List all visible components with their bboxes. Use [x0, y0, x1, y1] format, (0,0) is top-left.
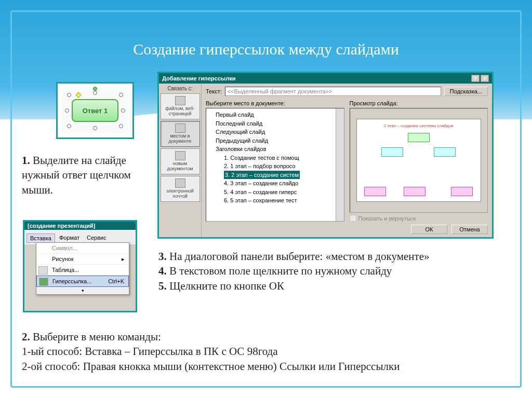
answer-screenshot: Ответ 1	[56, 82, 134, 139]
answer-button: Ответ 1	[72, 99, 118, 122]
text-label: Текст:	[206, 88, 222, 94]
tree-item: Последний слайд	[208, 119, 342, 128]
tree-item: 6. 5 этап – сохранение тест	[208, 196, 342, 205]
menu-format[interactable]: Формат	[56, 234, 83, 243]
cancel-button[interactable]: Отмена	[451, 225, 488, 234]
hyperlink-icon	[39, 278, 48, 286]
email-icon	[175, 179, 185, 188]
step1-text: 1. Выделите на слайде нужный ответ щелчк…	[22, 153, 157, 197]
link-place-in-doc[interactable]: местом в документе	[161, 121, 200, 147]
menu-window-title: [создание презентаций]	[24, 222, 136, 230]
step2-text: 2. Выберите в меню команды: 1-ый способ:…	[22, 330, 510, 374]
link-file-web[interactable]: файлом, веб-страницей	[161, 93, 200, 119]
tree-label: Выберите место в документе:	[206, 100, 344, 106]
show-return-checkbox[interactable]: Показать и вернуться	[350, 215, 488, 222]
menu-service[interactable]: Сервис	[84, 234, 110, 243]
scrollbar[interactable]	[336, 108, 344, 221]
link-with-label: Связать с:	[160, 86, 200, 91]
dialog-title: Добавление гиперссылки	[162, 75, 235, 81]
menu-expand[interactable]: ▾	[36, 287, 129, 294]
menu-item-picture[interactable]: Рисунок▸	[36, 254, 129, 265]
menu-insert[interactable]: Вставка	[26, 234, 55, 243]
preview-label: Просмотр слайда:	[350, 100, 488, 106]
close-icon[interactable]: ×	[481, 75, 489, 82]
menu-item-symbol[interactable]: Символ...	[36, 243, 129, 254]
ok-button[interactable]: ОК	[411, 225, 447, 234]
globe-icon	[175, 96, 185, 105]
new-doc-icon	[175, 151, 185, 160]
slide-preview: 2 этап – создание системы слайдов	[350, 108, 488, 213]
text-input[interactable]: <<Выделенный фрагмент документа>>	[225, 87, 441, 96]
tree-item: 4. 3 этап – создание слайдо	[208, 179, 342, 188]
document-tree[interactable]: Первый слайд Последний слайд Следующий с…	[206, 108, 344, 222]
insert-dropdown: Символ... Рисунок▸ Таблица... Гиперссылк…	[36, 242, 129, 295]
tip-button[interactable]: Подсказка...	[444, 87, 488, 96]
tree-item: Заголовки слайдов	[208, 145, 342, 154]
menu-screenshot: [создание презентаций] Вставка Формат Се…	[23, 220, 137, 312]
tree-item: Предыдущий слайд	[208, 136, 342, 145]
tree-item: 5. 4 этап – создание гиперс	[208, 188, 342, 197]
tree-item: 2. 1 этап – подбор вопросо	[208, 162, 342, 171]
tree-item: Следующий слайд	[208, 128, 342, 136]
link-email[interactable]: электронной почтой	[161, 176, 200, 202]
tree-item: Первый слайд	[208, 111, 342, 119]
menu-item-hyperlink[interactable]: Гиперссылка...Ctrl+K	[36, 276, 129, 287]
help-icon[interactable]: ?	[471, 75, 480, 82]
table-icon	[38, 266, 48, 275]
menu-item-table[interactable]: Таблица...	[36, 265, 129, 276]
tree-item-selected: 3. 2 этап – создание систем	[208, 171, 342, 180]
tree-item: 1. Создание тестов с помощ	[208, 154, 342, 162]
slide-title: Создание гиперссылок между слайдами	[0, 40, 532, 58]
document-icon	[175, 123, 185, 133]
steps-3-5-text: 3. На диалоговой панели выберите: «место…	[158, 249, 496, 293]
link-new-doc[interactable]: новым документом	[161, 148, 200, 174]
hyperlink-dialog: Добавление гиперссылки ? × Связать с: фа…	[157, 72, 494, 239]
